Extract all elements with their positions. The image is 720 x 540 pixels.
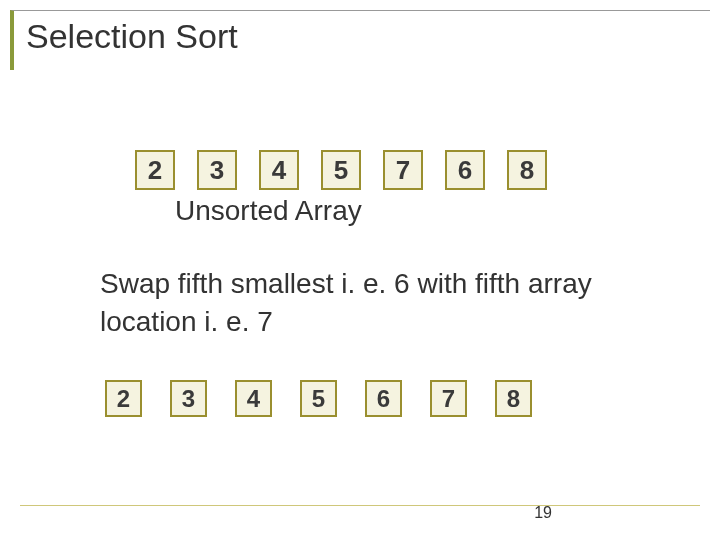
array-top: 2 3 4 5 7 6 8: [135, 150, 547, 190]
array-cell: 6: [365, 380, 402, 417]
array-cell: 2: [135, 150, 175, 190]
array-cell: 4: [259, 150, 299, 190]
divider-line: [20, 505, 700, 506]
array-cell: 8: [507, 150, 547, 190]
array-cell: 5: [321, 150, 361, 190]
array-cell: 2: [105, 380, 142, 417]
page-number: 19: [534, 504, 552, 522]
title-bar: Selection Sort: [10, 10, 710, 70]
array-cell: 7: [383, 150, 423, 190]
array-cell: 7: [430, 380, 467, 417]
array-cell: 5: [300, 380, 337, 417]
unsorted-array-label: Unsorted Array: [175, 195, 362, 227]
array-cell: 3: [170, 380, 207, 417]
instruction-text: Swap fifth smallest i. e. 6 with fifth a…: [100, 265, 660, 341]
array-bottom: 2 3 4 5 6 7 8: [105, 380, 532, 417]
array-cell: 3: [197, 150, 237, 190]
array-cell: 4: [235, 380, 272, 417]
array-cell: 6: [445, 150, 485, 190]
slide-title: Selection Sort: [26, 11, 710, 56]
array-cell: 8: [495, 380, 532, 417]
